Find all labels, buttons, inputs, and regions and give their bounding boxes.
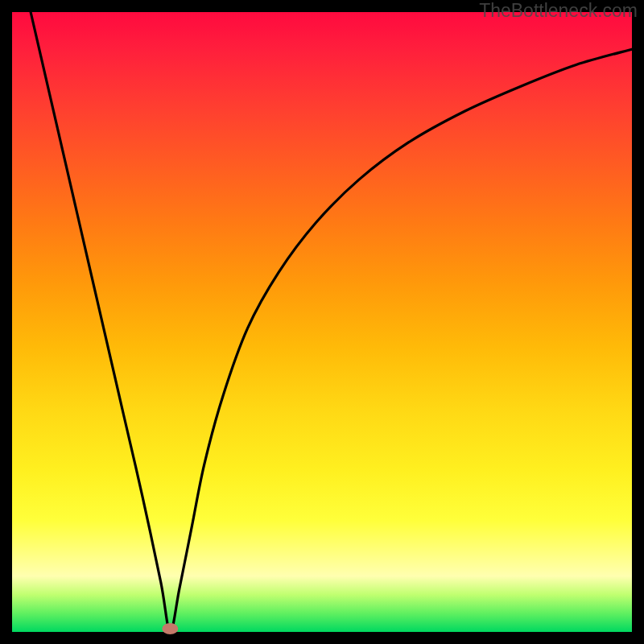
minimum-marker bbox=[162, 623, 178, 634]
chart-svg bbox=[12, 12, 632, 632]
bottleneck-curve-path bbox=[31, 12, 632, 632]
chart-plot-area bbox=[12, 12, 632, 632]
watermark-text: TheBottleneck.com bbox=[479, 0, 638, 22]
chart-frame: TheBottleneck.com bbox=[0, 0, 644, 644]
